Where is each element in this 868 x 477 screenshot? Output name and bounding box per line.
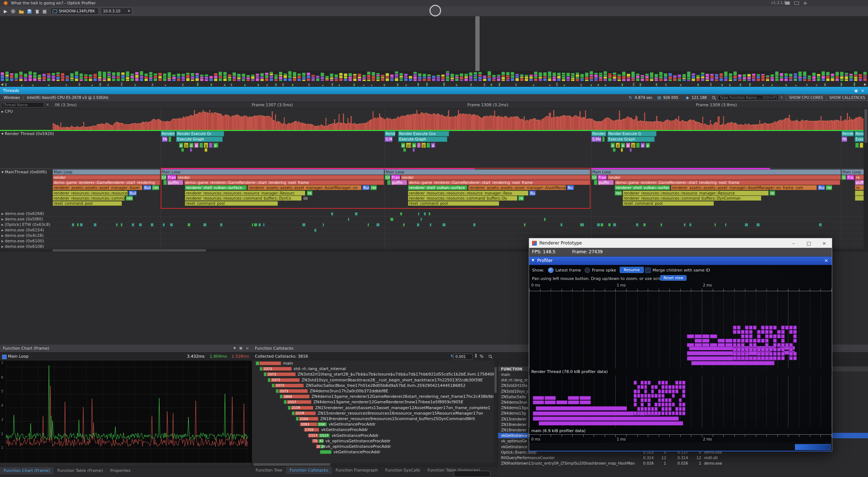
profiler-scope-block[interactable]: [777, 330, 781, 334]
profiler-scope-block[interactable]: [641, 394, 644, 398]
profiler-scope-block[interactable]: [781, 352, 785, 356]
profiler-scope-block[interactable]: [789, 352, 793, 356]
scrollbar-thumb[interactable]: [494, 367, 497, 393]
profiler-scope-block[interactable]: [661, 394, 665, 398]
profiler-scope-block[interactable]: [679, 407, 682, 411]
timeline-event-block[interactable]: [855, 143, 859, 148]
unidentified-popup[interactable]: [454, 471, 490, 477]
profiler-scope-block[interactable]: [580, 400, 591, 404]
profiler-scope-block[interactable]: [568, 400, 579, 404]
timeline-event-block[interactable]: [199, 143, 203, 148]
profiler-scope-block[interactable]: [687, 343, 694, 347]
timeline-event-block[interactable]: [427, 143, 430, 148]
profiler-scope-block[interactable]: [741, 330, 745, 334]
threads-vertical-scrollbar[interactable]: [864, 108, 868, 252]
profiler-scope-block[interactable]: [658, 411, 661, 415]
timeline-event-block[interactable]: renderer_assets::assets::asset_manager::…: [53, 185, 142, 190]
profiler-scope-block[interactable]: [661, 389, 665, 393]
timeline-event-block[interactable]: [413, 148, 415, 152]
timeline-event-block[interactable]: Render Pr: [591, 131, 607, 136]
callstack-row[interactable]: 2826vk_optimusGetInstanceProcAddr: [252, 444, 391, 449]
profiler-scope-block[interactable]: [672, 389, 675, 393]
profiler-scope-block[interactable]: [789, 326, 793, 330]
timeline-event-block[interactable]: p: [412, 143, 416, 148]
timeline-event-block[interactable]: Buil: [143, 185, 151, 190]
timeline-event-block[interactable]: Frame: [597, 175, 607, 180]
profiler-scope-block[interactable]: [733, 347, 737, 351]
profiler-scope-block[interactable]: [691, 361, 775, 365]
profiler-scope-block[interactable]: [757, 339, 761, 343]
profiler-scope-block[interactable]: [745, 347, 749, 351]
profiler-scope-block[interactable]: [533, 396, 544, 400]
profiler-scope-block[interactable]: [777, 356, 781, 360]
profiler-scope-block[interactable]: [682, 403, 685, 407]
timeline-event-block[interactable]: Render Execute Gr: [176, 131, 224, 136]
profiler-scope-block[interactable]: [737, 326, 741, 330]
thread-label-collapsed[interactable]: ▸ demo.exe (0x5f80): [1, 217, 43, 222]
timeline-event-block[interactable]: Render: [841, 131, 854, 136]
profiler-scope-block[interactable]: [675, 381, 678, 385]
profiler-scope-block[interactable]: [749, 343, 753, 347]
profiler-scope-block[interactable]: [665, 381, 668, 385]
chart-plot-area[interactable]: 7654321: [0, 361, 252, 463]
profiler-scope-block[interactable]: [661, 403, 665, 407]
target-machine-select[interactable]: SHADOW-L34PLPBK: [50, 8, 99, 15]
renderer-prototype-window[interactable]: Renderer Prototype – □ × FPS: 148.5 Fram…: [529, 238, 832, 451]
timeline-event-block[interactable]: p: [213, 143, 218, 148]
timeline-event-block[interactable]: render: [607, 175, 841, 180]
function-table-row[interactable]: ZN9hashbrown11rustc_entry5R_LTSimplSu20S…: [498, 461, 868, 466]
profiler-scope-block[interactable]: [647, 403, 651, 407]
profiler-scope-block[interactable]: [637, 394, 641, 398]
profiler-scope-block[interactable]: [668, 385, 672, 389]
profiler-scope-block[interactable]: [668, 398, 672, 402]
profiler-scope-block[interactable]: [654, 407, 658, 411]
profiler-scope-block[interactable]: [741, 356, 745, 360]
profiler-scope-block[interactable]: [761, 347, 765, 351]
frame-selection-rect[interactable]: [161, 168, 590, 209]
profiler-scope-block[interactable]: [679, 385, 682, 389]
timeline-event-block[interactable]: [602, 136, 605, 142]
profiler-scope-block[interactable]: [665, 407, 668, 411]
callstack-row[interactable]: 2104ZN18renderer_resources9resources15co…: [252, 416, 475, 422]
timeline-slider-knob[interactable]: [429, 5, 441, 16]
threads-close-icon[interactable]: ×: [861, 88, 864, 93]
profiler-scope-block[interactable]: [637, 389, 641, 393]
callstack-row[interactable]: 2159ZN15renderer_assets5assets13asset_ma…: [252, 405, 490, 411]
timeline-event-block[interactable]: render: [53, 175, 160, 180]
minimize-button[interactable]: –: [786, 238, 801, 248]
profiler-scope-block[interactable]: [634, 381, 637, 385]
profiler-scope-block[interactable]: [634, 411, 637, 415]
profiler-scope-block[interactable]: [765, 343, 769, 347]
profiler-scope-block[interactable]: [745, 352, 749, 356]
timeline-event-block[interactable]: [630, 148, 632, 152]
timeline-event-block[interactable]: p: [189, 143, 194, 148]
thread-label-collapsed[interactable]: ▸ demo.exe (0x6108): [1, 244, 44, 249]
timeline-event-block[interactable]: renderer_shell_vulkan::surface::Vk: [615, 185, 670, 190]
callstack-row[interactable]: vkGetInstanceProcAddr: [252, 449, 381, 455]
maximize-button[interactable]: □: [801, 238, 817, 248]
profiler-scope-block[interactable]: [777, 334, 781, 338]
profiler-scope-block[interactable]: [634, 398, 637, 402]
timeline-event-block[interactable]: Execute Graph: [398, 136, 447, 142]
profiler-scope-block[interactable]: [757, 352, 761, 356]
profiler-scope-block[interactable]: [737, 356, 741, 360]
save-capture-icon[interactable]: [26, 8, 32, 14]
profiler-scope-block[interactable]: [769, 356, 773, 360]
reset-view-button[interactable]: Reset view: [660, 275, 687, 281]
callstack-row[interactable]: 2557ZN4demo13game_renderer12GameRenderer…: [252, 399, 463, 405]
profiler-scope-block[interactable]: [695, 334, 702, 338]
profiler-scope-block[interactable]: [737, 343, 741, 347]
profiler-scope-block[interactable]: [682, 411, 685, 415]
collapse-arrow-icon[interactable]: ▼: [532, 258, 534, 262]
profiler-scope-block[interactable]: [544, 396, 556, 400]
profiler-scope-block[interactable]: [533, 400, 544, 404]
profiler-scope-block[interactable]: [644, 407, 647, 411]
profiler-scope-block[interactable]: [745, 339, 749, 343]
profiler-scope-block[interactable]: [682, 407, 685, 411]
profiler-scope-block[interactable]: [651, 411, 654, 415]
timeline-event-block[interactable]: [636, 143, 640, 148]
profiler-scope-block[interactable]: [761, 330, 765, 334]
callstack-row[interactable]: 3373ZN3std10sys_common9backtrace28__rust…: [252, 377, 483, 383]
profiler-scope-block[interactable]: [777, 347, 781, 351]
profiler-scope-block[interactable]: [568, 396, 579, 400]
